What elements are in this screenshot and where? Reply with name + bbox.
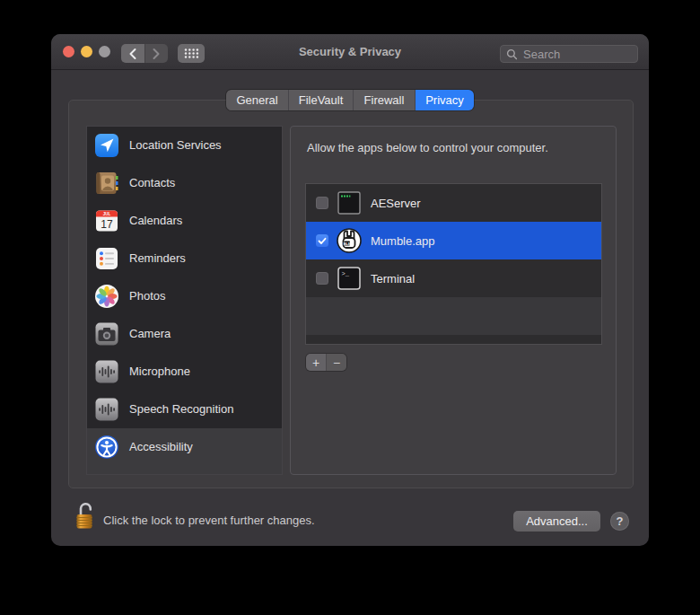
app-row-mumble[interactable]: BLE Mumble.app <box>306 222 601 259</box>
app-name: AEServer <box>371 197 421 210</box>
svg-text:17: 17 <box>101 218 113 231</box>
sidebar-item-label: Microphone <box>129 359 190 384</box>
speech-recognition-icon <box>94 397 119 422</box>
sidebar-item-contacts[interactable]: Contacts <box>87 164 282 202</box>
empty-row <box>306 335 601 345</box>
app-row-aeserver[interactable]: AEServer <box>306 184 601 222</box>
reminders-icon <box>94 246 119 271</box>
back-button[interactable] <box>121 44 144 63</box>
calendars-icon: JUL 17 <box>94 208 119 233</box>
window-title: Security & Privacy <box>260 45 440 58</box>
camera-icon <box>94 321 119 347</box>
terminal-icon: >_ <box>337 266 362 291</box>
svg-text:>_: >_ <box>342 270 350 277</box>
sidebar-item-photos[interactable]: Photos <box>87 277 282 315</box>
microphone-icon <box>94 359 119 384</box>
sidebar-item-reminders[interactable]: Reminders <box>87 240 282 277</box>
tab-firewall[interactable]: Firewall <box>354 90 416 110</box>
app-list: AEServer BLE Mumble.app <box>305 183 602 345</box>
terminal-checkbox[interactable] <box>316 272 328 285</box>
lock-hint-text: Click the lock to prevent further change… <box>103 514 315 527</box>
tab-filevault[interactable]: FileVault <box>289 90 354 110</box>
sidebar-item-label: Photos <box>129 284 165 309</box>
privacy-category-list: Location Services Contacts JUL 17 <box>86 126 283 475</box>
sidebar-item-calendars[interactable]: JUL 17 Calendars <box>87 202 282 240</box>
contacts-icon <box>94 171 119 196</box>
tab-privacy[interactable]: Privacy <box>416 90 474 110</box>
close-button[interactable] <box>63 46 74 57</box>
help-button[interactable]: ? <box>610 512 629 531</box>
panel-header-text: Allow the apps below to control your com… <box>307 141 548 154</box>
sidebar-item-label: Camera <box>129 321 171 347</box>
sidebar-item-label: Reminders <box>129 246 186 271</box>
tab-bar: General FileVault Firewall Privacy <box>226 90 474 110</box>
sidebar-item-label: Speech Recognition <box>129 397 233 422</box>
add-remove-control: + − <box>306 354 346 371</box>
mumble-checkbox[interactable] <box>316 234 328 247</box>
checkmark-icon <box>318 237 327 245</box>
chevron-right-icon <box>151 48 162 60</box>
app-row-terminal[interactable]: >_ Terminal <box>306 259 601 297</box>
svg-text:BLE: BLE <box>344 242 351 246</box>
grid-icon <box>184 48 199 59</box>
sidebar-item-speech-recognition[interactable]: Speech Recognition <box>87 391 282 428</box>
sidebar-item-camera[interactable]: Camera <box>87 315 282 353</box>
accessibility-icon <box>94 435 119 460</box>
sidebar-item-location-services[interactable]: Location Services <box>87 127 282 164</box>
aeserver-icon <box>337 190 362 215</box>
remove-app-button[interactable]: − <box>326 354 346 371</box>
advanced-button[interactable]: Advanced... <box>513 511 600 532</box>
accessibility-panel: Allow the apps below to control your com… <box>290 126 617 475</box>
titlebar: Security & Privacy <box>51 34 649 70</box>
empty-row <box>306 297 601 335</box>
unlocked-padlock-icon <box>74 499 96 535</box>
svg-text:JUL: JUL <box>103 212 111 216</box>
mumble-icon: BLE <box>337 228 362 253</box>
photos-icon <box>94 284 119 309</box>
sidebar-item-label: Accessibility <box>129 435 193 460</box>
add-app-button[interactable]: + <box>306 354 326 371</box>
nav-buttons <box>121 44 168 63</box>
sidebar-item-accessibility[interactable]: Accessibility <box>87 428 282 475</box>
sidebar-item-label: Calendars <box>129 208 182 233</box>
chevron-left-icon <box>127 48 138 60</box>
sidebar-item-label: Location Services <box>129 133 222 158</box>
search-field[interactable] <box>500 45 638 63</box>
minimize-button[interactable] <box>81 46 92 57</box>
forward-button <box>144 44 169 63</box>
sidebar-item-label: Contacts <box>129 171 175 196</box>
aeserver-checkbox[interactable] <box>316 197 328 209</box>
tab-general[interactable]: General <box>226 90 289 110</box>
app-name: Terminal <box>371 272 415 286</box>
lock-button[interactable] <box>74 499 96 535</box>
zoom-button-disabled <box>99 46 110 57</box>
search-icon <box>506 48 518 60</box>
show-all-button[interactable] <box>178 44 205 63</box>
location-icon <box>94 133 119 158</box>
app-name: Mumble.app <box>371 234 435 248</box>
search-input[interactable] <box>521 47 631 62</box>
security-privacy-window: Security & Privacy General FileVault Fir… <box>51 34 649 546</box>
sidebar-item-microphone[interactable]: Microphone <box>87 353 282 391</box>
